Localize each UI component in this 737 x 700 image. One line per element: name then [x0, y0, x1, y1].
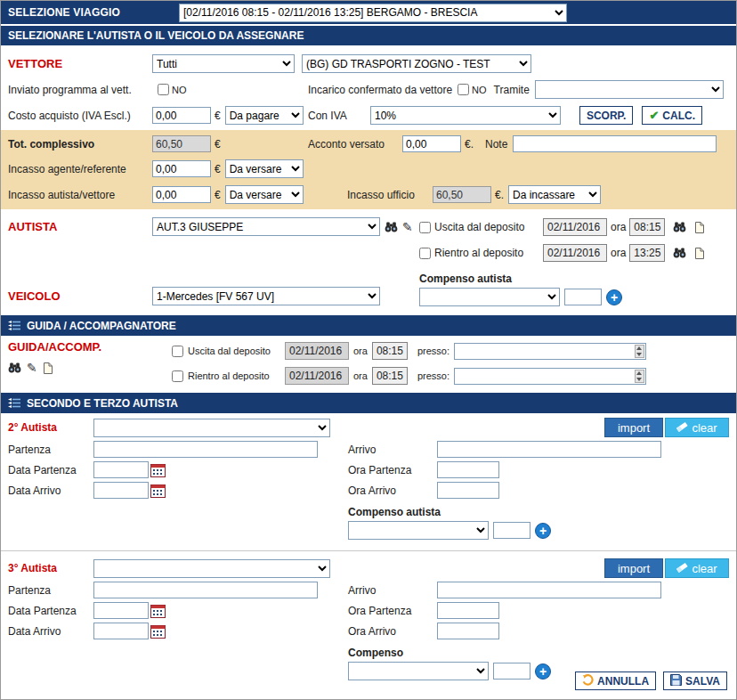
spinner-control[interactable] [635, 345, 644, 358]
third-ora-partenza-input[interactable] [437, 602, 499, 619]
costo-acquisto-input[interactable] [152, 107, 211, 124]
incasso-ufficio-stato-select[interactable]: Da incassare [508, 185, 601, 204]
second-driver-select[interactable] [93, 419, 330, 437]
tramite-select[interactable] [535, 80, 724, 99]
second-data-partenza-input[interactable] [93, 461, 149, 478]
compenso-autista-group: Compenso autista + [419, 273, 622, 306]
calc-button[interactable]: ✔ CALC. [642, 106, 702, 125]
second-ora-arrivo-input[interactable] [437, 482, 499, 499]
binoculars-icon[interactable] [8, 362, 21, 373]
third-driver-select[interactable] [93, 559, 330, 578]
rientro-deposito-label: Rientro al deposito [434, 247, 539, 259]
vettore-carrier-select[interactable]: (BG) GD TRASPORTI ZOGNO - TEST [302, 54, 531, 73]
third-data-arrivo-input[interactable] [93, 623, 149, 639]
acconto-input[interactable] [402, 135, 461, 152]
compenso-autista-importo-input[interactable] [564, 289, 602, 305]
secondo-terzo-bar: SECONDO E TERZO AUTISTA [1, 393, 736, 413]
incasso-autista-row: Incasso autista/vettore € Da versare Inc… [1, 182, 736, 208]
rientro-data-box[interactable]: 02/11/2016 [543, 244, 607, 262]
incasso-autista-group: Incasso autista/vettore € Da versare [8, 185, 308, 204]
add-compenso-icon[interactable]: + [535, 523, 551, 539]
programma-row: Inviato programma al vett. NO Incarico c… [1, 77, 736, 102]
calendar-icon[interactable] [150, 484, 166, 498]
note-input[interactable] [513, 135, 717, 152]
second-compenso-importo-input[interactable] [493, 522, 530, 539]
autista-depot-times: Uscita dal deposito 02/11/2016 ora 08:15… [419, 216, 729, 264]
third-partenza-label: Partenza [8, 584, 93, 597]
costo-stato-select[interactable]: Da pagare [225, 106, 304, 125]
third-partenza-input[interactable] [93, 582, 318, 598]
second-clear-button[interactable]: clear [665, 418, 729, 437]
binoculars-icon[interactable] [385, 222, 398, 232]
compenso-autista-controls: + [419, 288, 622, 306]
incarico-checkbox[interactable] [458, 84, 469, 95]
veicolo-select[interactable]: 1-Mercedes [FV 567 UV] [152, 287, 380, 305]
incarico-no-text: NO [472, 85, 487, 95]
second-compenso-select[interactable] [348, 521, 489, 540]
inviato-checkbox[interactable] [158, 84, 169, 95]
third-data-partenza-input[interactable] [93, 602, 149, 619]
second-partenza-input[interactable] [93, 441, 318, 458]
edit-pencil-icon[interactable]: ✎ [27, 361, 37, 375]
salva-button[interactable]: SALVA [663, 672, 727, 690]
autista-select[interactable]: AUT.3 GIUSEPPE [152, 217, 380, 236]
second-ora-partenza-input[interactable] [437, 461, 499, 478]
incarico-label: Incarico confermato da vettore [308, 84, 452, 96]
document-icon[interactable] [43, 362, 53, 374]
iva-select[interactable]: 10% [370, 106, 561, 125]
second-data-partenza-label: Data Partenza [8, 464, 93, 476]
vettore-filter-select[interactable]: Tutti [152, 54, 295, 73]
guida-uscita-ora-box[interactable]: 08:15 [372, 342, 408, 360]
veicolo-group: VEICOLO 1-Mercedes [FV 567 UV] [8, 287, 419, 305]
second-arrivo-input[interactable] [437, 441, 661, 458]
second-import-button[interactable]: import [604, 418, 663, 437]
binoculars-icon[interactable] [673, 222, 686, 232]
rientro-deposito-checkbox[interactable] [419, 248, 431, 259]
incasso-agente-input[interactable] [152, 160, 211, 177]
guida-section: GUIDA/ACCOMP. ✎ Uscita dal deposito 02/1… [1, 336, 736, 393]
euro-dot-sign: €. [495, 189, 504, 201]
incasso-autista-input[interactable] [152, 186, 211, 203]
compenso-autista-label: Compenso autista [419, 273, 622, 285]
rientro-ora-box[interactable]: 13:25 [629, 244, 665, 262]
check-icon: ✔ [649, 109, 659, 122]
second-ora-arrivo-label: Ora Arrivo [348, 484, 437, 497]
ora-label: ora [353, 346, 368, 356]
guida-rientro-ora-box[interactable]: 08:15 [372, 367, 408, 385]
add-compenso-icon[interactable]: + [606, 289, 622, 305]
second-partenza-label: Partenza [8, 444, 93, 456]
calendar-icon[interactable] [150, 463, 166, 477]
guida-rientro-checkbox[interactable] [172, 370, 183, 382]
document-icon[interactable] [694, 248, 704, 259]
guida-rientro-presso-field [454, 368, 646, 385]
incasso-autista-stato-select[interactable]: Da versare [225, 185, 304, 204]
calendar-icon[interactable] [150, 624, 166, 639]
trip-select[interactable]: [02/11/2016 08:15 - 02/11/2016 13:25] BE… [179, 4, 567, 22]
third-clear-button[interactable]: clear [665, 558, 729, 578]
guida-rientro-presso-input[interactable] [454, 368, 646, 385]
annulla-button[interactable]: ANNULLA [575, 672, 656, 690]
euro-sign: € [215, 110, 221, 122]
guida-uscita-label: Uscita dal deposito [188, 346, 280, 356]
uscita-ora-box[interactable]: 08:15 [629, 218, 665, 236]
third-arrivo-input[interactable] [437, 582, 661, 598]
guida-times: Uscita dal deposito 02/11/2016 ora 08:15… [172, 340, 646, 387]
edit-pencil-icon[interactable]: ✎ [402, 220, 413, 234]
uscita-deposito-checkbox[interactable] [419, 222, 431, 233]
footer-actions: ANNULLA SALVA [1, 668, 736, 694]
incasso-agente-stato-select[interactable]: Da versare [225, 159, 304, 178]
calendar-icon[interactable] [150, 604, 166, 618]
binoculars-icon[interactable] [673, 248, 686, 258]
third-import-button[interactable]: import [604, 558, 663, 578]
scorp-button[interactable]: SCORP. [579, 106, 633, 125]
spinner-control[interactable] [635, 370, 644, 383]
incasso-ufficio-input [433, 186, 491, 203]
guida-uscita-presso-input[interactable] [454, 343, 646, 360]
compenso-autista-select[interactable] [419, 288, 560, 306]
document-icon[interactable] [694, 222, 704, 233]
guida-uscita-checkbox[interactable] [172, 346, 183, 357]
second-data-arrivo-input[interactable] [93, 482, 149, 499]
third-ora-arrivo-input[interactable] [437, 623, 499, 639]
costo-row: Costo acquisto (IVA Escl.) € Da pagare C… [1, 102, 736, 128]
uscita-data-box[interactable]: 02/11/2016 [543, 218, 607, 236]
